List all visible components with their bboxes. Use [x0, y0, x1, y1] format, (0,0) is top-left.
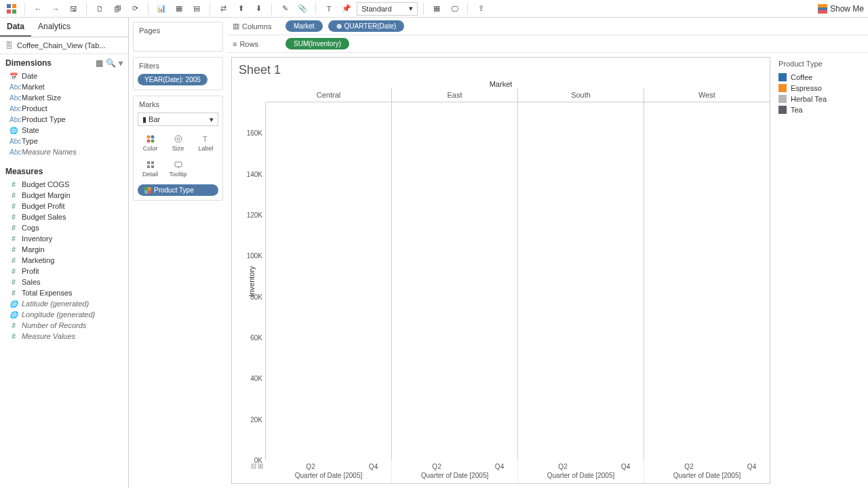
- data-tab[interactable]: Data: [0, 18, 31, 37]
- new-story-icon[interactable]: ▤: [189, 1, 204, 16]
- rows-shelf[interactable]: ≡Rows SUM(Inventory): [227, 35, 868, 53]
- measure-field[interactable]: 🌐Latitude (generated): [0, 298, 128, 309]
- legend-item[interactable]: Herbal Tea: [778, 94, 863, 104]
- legend-item[interactable]: Coffee: [778, 72, 863, 83]
- dimension-field[interactable]: AbcProduct Type: [0, 114, 128, 125]
- y-axis[interactable]: Inventory 0K20K40K60K80K100K120K140K160K: [232, 102, 266, 460]
- marks-size-button[interactable]: Size: [164, 130, 192, 156]
- save-icon[interactable]: 🖫: [66, 1, 81, 16]
- filters-card[interactable]: Filters YEAR(Date): 2005: [133, 57, 223, 90]
- field-type-icon: 📅: [9, 73, 18, 80]
- analytics-tab[interactable]: Analytics: [31, 18, 77, 37]
- measure-field[interactable]: #Profit: [0, 266, 128, 277]
- filter-pill-year[interactable]: YEAR(Date): 2005: [138, 74, 208, 85]
- new-dashboard-icon[interactable]: ▦: [172, 1, 186, 16]
- measure-field[interactable]: #Budget Sales: [0, 211, 128, 222]
- duplicate-icon[interactable]: 🗐: [110, 1, 125, 16]
- fit-dropdown[interactable]: Standard▾: [357, 2, 418, 16]
- legend-item[interactable]: Tea: [778, 104, 863, 115]
- measure-field[interactable]: #Number of Records: [0, 320, 128, 331]
- marks-label-button[interactable]: TLabel: [192, 130, 220, 156]
- measure-field[interactable]: #Budget Profit: [0, 201, 128, 211]
- panel-header[interactable]: East: [391, 88, 517, 102]
- marks-color-button[interactable]: Color: [136, 130, 164, 156]
- back-icon[interactable]: ←: [31, 1, 45, 16]
- marks-detail-button[interactable]: Detail: [136, 156, 164, 182]
- view-data-icon[interactable]: ▦: [96, 58, 103, 68]
- measure-field[interactable]: #Marketing: [0, 255, 128, 266]
- present-icon[interactable]: ▦: [429, 1, 444, 16]
- field-label: Total Expenses: [22, 289, 73, 297]
- legend-item[interactable]: Espresso: [778, 83, 863, 94]
- measure-field[interactable]: #Budget Margin: [0, 190, 128, 201]
- attach-icon[interactable]: 📎: [295, 1, 310, 16]
- panel-header[interactable]: South: [517, 88, 644, 102]
- columns-shelf[interactable]: ▥Columns Market ⊕QUARTER(Date): [227, 18, 868, 35]
- pill-sum-inventory[interactable]: SUM(Inventory): [285, 38, 349, 49]
- dimension-field[interactable]: AbcMarket Size: [0, 92, 128, 103]
- pill-market[interactable]: Market: [285, 20, 323, 32]
- expand-icon[interactable]: ⊞: [258, 462, 263, 470]
- refresh-icon[interactable]: ⟳: [127, 1, 142, 16]
- field-type-icon: #: [9, 214, 18, 221]
- dimension-field[interactable]: AbcType: [0, 136, 128, 146]
- field-type-icon: #: [9, 246, 18, 253]
- sort-asc-icon[interactable]: ⬆: [233, 1, 248, 16]
- x-axis-title[interactable]: Quarter of Date [2005]: [392, 470, 517, 483]
- x-axis-title[interactable]: Quarter of Date [2005]: [644, 470, 770, 483]
- marks-color-pill[interactable]: Product Type: [138, 184, 218, 196]
- pill-quarter-date[interactable]: ⊕QUARTER(Date): [328, 20, 405, 32]
- collapse-icon[interactable]: ⊟: [251, 462, 256, 470]
- panel-header[interactable]: Central: [266, 88, 391, 102]
- x-axis-title[interactable]: Quarter of Date [2005]: [266, 470, 391, 483]
- field-label: Product: [22, 104, 47, 113]
- x-axis-title[interactable]: Quarter of Date [2005]: [518, 470, 644, 483]
- field-type-icon: 🌐: [9, 127, 18, 134]
- share-icon[interactable]: ⇪: [473, 1, 488, 16]
- sort-desc-icon[interactable]: ⬇: [251, 1, 266, 16]
- field-type-icon: Abc: [9, 138, 18, 145]
- search-icon[interactable]: 🔍: [106, 58, 116, 68]
- field-label: Market Size: [22, 94, 61, 102]
- new-worksheet-icon[interactable]: 📊: [154, 1, 169, 16]
- mark-cell-label: Size: [172, 145, 184, 152]
- measure-field[interactable]: #Measure Values: [0, 331, 128, 342]
- panel-header[interactable]: West: [644, 88, 770, 102]
- mark-type-dropdown[interactable]: ▮ Bar▾: [138, 113, 218, 126]
- field-type-icon: #: [9, 192, 18, 199]
- text-icon[interactable]: T: [321, 1, 336, 16]
- pin-icon[interactable]: 📌: [339, 1, 354, 16]
- field-label: Type: [22, 137, 38, 145]
- chart-panel: [266, 102, 391, 460]
- x-axis-panel: Q2Q4Quarter of Date [2005]: [517, 460, 644, 483]
- dimension-field[interactable]: AbcMeasure Names: [0, 146, 128, 157]
- measure-field[interactable]: #Budget COGS: [0, 179, 128, 190]
- new-data-icon[interactable]: 🗋: [92, 1, 107, 16]
- measures-list: #Budget COGS#Budget Margin#Budget Profit…: [0, 178, 128, 347]
- measure-field[interactable]: #Cogs: [0, 222, 128, 233]
- measure-field[interactable]: #Sales: [0, 277, 128, 287]
- menu-icon[interactable]: ▾: [119, 58, 123, 68]
- measure-field[interactable]: #Inventory: [0, 233, 128, 244]
- dimension-field[interactable]: AbcMarket: [0, 81, 128, 92]
- dimension-field[interactable]: 📅Date: [0, 70, 128, 81]
- svg-rect-13: [147, 165, 150, 168]
- logo-icon[interactable]: [4, 1, 19, 16]
- pages-card[interactable]: Pages: [133, 22, 223, 52]
- swap-icon[interactable]: ⇄: [216, 1, 231, 16]
- measure-field[interactable]: 🌐Longitude (generated): [0, 309, 128, 320]
- marks-tooltip-button[interactable]: Tooltip: [164, 156, 192, 182]
- highlight-icon[interactable]: ✎: [277, 1, 292, 16]
- sheet-title[interactable]: Sheet 1: [232, 58, 770, 80]
- measure-field[interactable]: #Total Expenses: [0, 287, 128, 298]
- datasource-row[interactable]: 🗄Coffee_Chain_View (Tab...: [0, 37, 128, 54]
- device-icon[interactable]: 🖵: [447, 1, 462, 16]
- measure-field[interactable]: #Margin: [0, 244, 128, 255]
- dimension-field[interactable]: AbcProduct: [0, 103, 128, 114]
- field-type-icon: #: [9, 322, 18, 329]
- show-me-button[interactable]: Show Me: [818, 4, 864, 14]
- dimension-field[interactable]: 🌐State: [0, 125, 128, 136]
- columns-label: ▥Columns: [233, 22, 280, 30]
- x-tick: Q2: [558, 463, 567, 470]
- forward-icon[interactable]: →: [48, 1, 63, 16]
